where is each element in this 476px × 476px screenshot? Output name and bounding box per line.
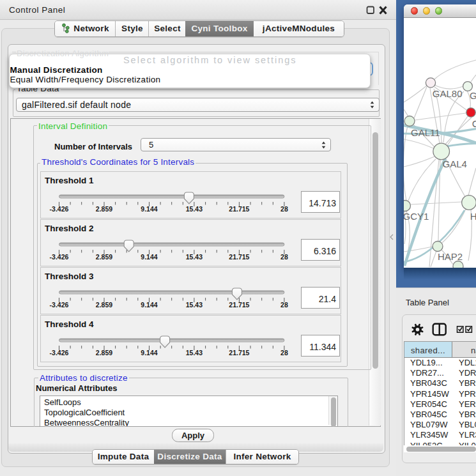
svg-text:HAP2: HAP2 <box>438 251 463 262</box>
svg-text:CRP1: CRP1 <box>472 118 476 129</box>
svg-text:GCY1: GCY1 <box>404 211 429 222</box>
svg-text:GAL80: GAL80 <box>433 88 463 99</box>
svg-text:HAP1: HAP1 <box>470 211 476 222</box>
svg-text:GAL4: GAL4 <box>443 158 467 169</box>
svg-text:GAL11: GAL11 <box>411 127 440 138</box>
svg-text:GAL1: GAL1 <box>470 90 476 101</box>
